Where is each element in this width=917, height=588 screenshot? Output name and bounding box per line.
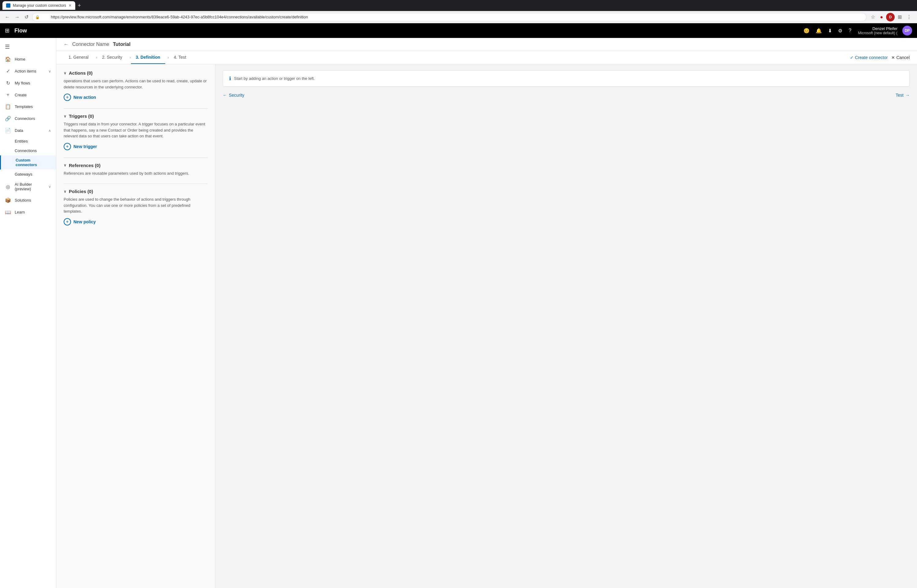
sidebar-item-home[interactable]: 🏠 Home <box>0 53 56 65</box>
test-nav-label: Test <box>896 93 904 98</box>
sidebar-item-create[interactable]: + Create <box>0 89 56 101</box>
sidebar-label-home: Home <box>15 57 26 61</box>
cancel-btn[interactable]: ✕ Cancel <box>891 55 910 60</box>
sidebar-label-connectors: Connectors <box>15 116 35 121</box>
sidebar-item-learn[interactable]: 📖 Learn <box>0 206 56 218</box>
sidebar-item-solutions[interactable]: 📦 Solutions <box>0 194 56 206</box>
create-connector-btn[interactable]: ✓ Create connector <box>850 55 888 60</box>
sidebar-item-gateways[interactable]: Gateways <box>0 170 56 179</box>
sidebar-item-ai-builder[interactable]: ◎ AI Builder (preview) ∨ <box>0 179 56 194</box>
sidebar-item-entities[interactable]: Entities <box>0 136 56 146</box>
connector-back-btn[interactable]: ← <box>64 42 69 47</box>
references-policies-divider <box>64 184 208 184</box>
menu-btn[interactable]: ⋮ <box>905 13 913 21</box>
sidebar-item-connections[interactable]: Connections <box>0 146 56 155</box>
tab-general[interactable]: 1. General <box>64 51 93 64</box>
create-connector-label: Create connector <box>855 55 888 60</box>
data-icon: 📄 <box>5 128 11 133</box>
new-trigger-label: New trigger <box>73 144 97 149</box>
triggers-section-desc: Triggers read data in from your connecto… <box>64 121 208 139</box>
bookmark-btn[interactable]: ☆ <box>869 13 877 21</box>
security-nav-label: Security <box>229 93 244 98</box>
download-btn[interactable]: ⬇ <box>826 26 834 36</box>
create-icon: + <box>5 92 11 98</box>
extensions-btn[interactable]: ⊞ <box>896 13 904 21</box>
ai-builder-icon: ◎ <box>5 184 11 190</box>
solutions-icon: 📦 <box>5 197 11 203</box>
top-nav-icons: 😊 🔔 ⬇ ⚙ ? <box>802 26 853 36</box>
new-tab-btn[interactable]: + <box>78 2 81 9</box>
browser-tab[interactable]: Manage your custom connectors ✕ <box>2 1 75 10</box>
sidebar-label-solutions: Solutions <box>15 198 31 202</box>
new-policy-plus-icon: + <box>64 218 71 226</box>
references-section-title: References (0) <box>69 163 100 168</box>
sidebar-label-my-flows: My flows <box>15 81 30 86</box>
user-avatar[interactable]: DP <box>902 26 912 36</box>
forward-nav-btn[interactable]: → <box>13 13 21 21</box>
opera-btn[interactable]: ● <box>878 13 885 21</box>
actions-chevron-icon[interactable]: ∨ <box>64 71 66 75</box>
sidebar-label-action-items: Action items <box>15 69 36 73</box>
sidebar-item-connectors[interactable]: 🔗 Connectors <box>0 113 56 124</box>
notification-btn[interactable]: 🔔 <box>814 26 824 36</box>
references-section-header: ∨ References (0) <box>64 163 208 168</box>
user-info: Denzel Pfeifer Microsoft (new default) ( <box>858 26 898 35</box>
ai-builder-expand-icon: ∨ <box>48 184 51 189</box>
new-policy-label: New policy <box>73 219 96 224</box>
info-text: Start by adding an action or trigger on … <box>234 76 315 81</box>
policies-chevron-icon[interactable]: ∨ <box>64 189 66 194</box>
tab-security-label: 2. Security <box>102 55 122 60</box>
learn-icon: 📖 <box>5 209 11 215</box>
toolbar-icons: ☆ ● D ⊞ ⋮ <box>869 13 913 21</box>
test-nav-btn[interactable]: Test → <box>896 93 910 98</box>
info-icon: ℹ <box>229 76 231 81</box>
sidebar-item-data[interactable]: 📄 Data ∧ <box>0 124 56 136</box>
app-name: Flow <box>15 27 27 34</box>
home-icon: 🏠 <box>5 56 11 62</box>
back-nav-btn[interactable]: ← <box>4 13 11 21</box>
triggers-section-title: Triggers (0) <box>69 113 94 119</box>
references-chevron-icon[interactable]: ∨ <box>64 163 66 167</box>
tab-security[interactable]: 2. Security <box>97 51 127 64</box>
new-action-btn[interactable]: + New action <box>64 94 96 101</box>
address-bar[interactable]: https://preview.flow.microsoft.com/manag… <box>32 13 867 21</box>
sidebar-label-create: Create <box>15 93 27 97</box>
definition-nav-row: ← Security Test → <box>223 93 910 98</box>
tab-definition[interactable]: 3. Definition <box>131 51 165 64</box>
sidebar-label-gateways: Gateways <box>15 172 32 176</box>
definition-left-panel: ∨ Actions (0) operations that users can … <box>56 64 215 588</box>
lock-icon: 🔒 <box>35 15 40 19</box>
actions-section-title: Actions (0) <box>69 70 93 76</box>
actions-section-desc: operations that users can perform. Actio… <box>64 78 208 90</box>
connector-name: Connector Name <box>72 42 109 47</box>
sidebar-item-templates[interactable]: 📋 Templates <box>0 101 56 113</box>
sidebar-toggle-btn[interactable]: ☰ <box>0 40 56 53</box>
tab-definition-label: 3. Definition <box>136 55 160 60</box>
help-btn[interactable]: ? <box>847 26 853 35</box>
settings-btn[interactable]: ⚙ <box>836 26 844 36</box>
right-arrow-icon: → <box>906 93 910 98</box>
emoji-btn[interactable]: 😊 <box>802 26 811 36</box>
new-policy-btn[interactable]: + New policy <box>64 218 96 226</box>
profile-avatar[interactable]: D <box>886 13 894 21</box>
app-grid-icon[interactable]: ⊞ <box>5 27 10 34</box>
policies-section-header: ∨ Policies (0) <box>64 189 208 194</box>
sidebar-label-learn: Learn <box>15 210 25 215</box>
sidebar-item-action-items[interactable]: ✓ Action items ∨ <box>0 65 56 77</box>
references-section: ∨ References (0) References are reusable… <box>64 163 208 176</box>
cancel-x-icon: ✕ <box>891 55 895 60</box>
refresh-nav-btn[interactable]: ↺ <box>23 13 30 21</box>
browser-toolbar: ← → ↺ 🔒 https://preview.flow.microsoft.c… <box>0 11 917 23</box>
sidebar-item-custom-connectors[interactable]: Custom connectors <box>0 155 56 170</box>
sidebar-item-my-flows[interactable]: ↻ My flows <box>0 77 56 89</box>
new-trigger-btn[interactable]: + New trigger <box>64 143 97 150</box>
browser-chrome: Manage your custom connectors ✕ + <box>0 0 917 11</box>
main-body: ☰ 🏠 Home ✓ Action items ∨ ↻ My flows + C… <box>0 38 917 588</box>
new-action-plus-icon: + <box>64 94 71 101</box>
triggers-chevron-icon[interactable]: ∨ <box>64 114 66 118</box>
definition-body: ∨ Actions (0) operations that users can … <box>56 64 917 588</box>
tab-test[interactable]: 4. Test <box>169 51 191 64</box>
actions-section: ∨ Actions (0) operations that users can … <box>64 70 208 101</box>
tab-close-btn[interactable]: ✕ <box>69 3 72 8</box>
security-nav-btn[interactable]: ← Security <box>223 93 244 98</box>
